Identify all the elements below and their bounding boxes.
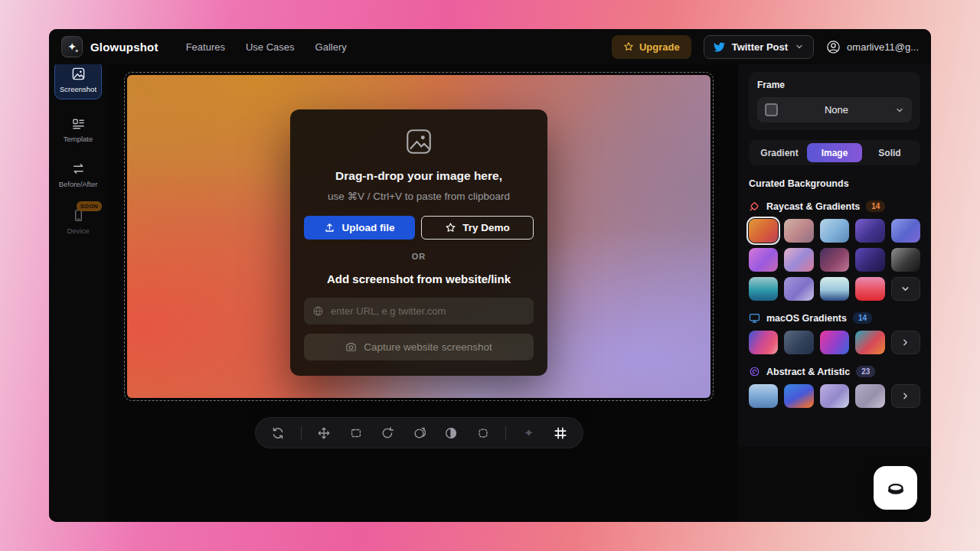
rotate-3d-icon[interactable]	[410, 424, 429, 442]
see-all-button[interactable]	[891, 384, 920, 408]
resize-icon[interactable]	[347, 424, 365, 442]
background-thumbnail[interactable]	[749, 277, 778, 301]
effects-sparkle-icon[interactable]: ✦	[520, 424, 538, 442]
chevron-down-icon	[795, 42, 804, 51]
twitter-icon	[714, 41, 725, 53]
background-thumbnail[interactable]	[784, 248, 813, 272]
image-icon	[55, 67, 101, 82]
reset-icon[interactable]	[269, 424, 287, 442]
expand-more-button[interactable]	[891, 277, 920, 301]
background-thumbnail[interactable]	[784, 219, 813, 243]
upload-icon	[324, 222, 335, 233]
camera-icon	[345, 341, 357, 353]
background-thumbnail[interactable]	[820, 219, 849, 243]
or-divider: OR	[304, 252, 534, 261]
canvas[interactable]: Drag-n-drop your image here, use ⌘V / Ct…	[127, 75, 710, 398]
account-menu[interactable]: omarlive11@g...	[826, 40, 919, 54]
section-title: macOS Gradients	[766, 313, 847, 324]
app-logo: ✦ ✦	[61, 36, 83, 57]
background-thumbnail[interactable]	[784, 384, 813, 408]
upload-file-label: Upload file	[341, 222, 394, 233]
canvas-toolbar: ✦	[255, 417, 583, 448]
account-email: omarlive11@g...	[847, 41, 919, 53]
grid-frame-icon[interactable]	[551, 424, 570, 442]
url-input[interactable]	[331, 305, 525, 317]
background-thumbnail[interactable]	[855, 219, 884, 243]
background-thumbnail[interactable]	[820, 277, 849, 301]
rotate-icon[interactable]	[378, 424, 397, 442]
background-thumbnail[interactable]	[784, 277, 813, 301]
nav-gallery[interactable]: Gallery	[315, 41, 347, 53]
frame-dropdown[interactable]: None	[757, 97, 912, 122]
try-demo-label: Try Demo	[462, 222, 510, 233]
feedback-widget-button[interactable]	[874, 466, 917, 510]
nav-features[interactable]: Features	[186, 41, 225, 53]
globe-icon	[312, 305, 324, 317]
see-all-button[interactable]	[891, 331, 920, 354]
sidebar-item-before-after[interactable]: Before/After	[54, 161, 102, 188]
export-preset-dropdown[interactable]: Twitter Post	[704, 35, 814, 59]
sidebar: Screenshot Template Before/After SOON De…	[49, 64, 107, 522]
frame-preview-icon	[765, 103, 778, 116]
background-thumbnail[interactable]	[855, 277, 884, 301]
try-demo-button[interactable]: Try Demo	[421, 216, 534, 240]
background-thumbnail[interactable]	[891, 219, 920, 243]
soon-badge: SOON	[77, 201, 102, 211]
background-thumbnail[interactable]	[891, 248, 920, 272]
tab-gradient[interactable]: Gradient	[752, 143, 807, 162]
background-thumbnail[interactable]	[820, 384, 849, 408]
settings-panel: Frame None Gradient Image Solid Curated …	[738, 64, 931, 447]
chevron-right-icon	[900, 337, 910, 347]
push-button-icon	[884, 477, 907, 500]
frame-label: Frame	[757, 80, 912, 90]
background-thumbnail[interactable]	[749, 248, 778, 272]
corner-radius-icon[interactable]	[474, 424, 492, 442]
macos-section-header: macOS Gradients 14	[749, 312, 920, 324]
sparkle-small-icon: ✦	[74, 48, 79, 54]
section-title: Abstract & Artistic	[766, 367, 850, 377]
count-badge: 23	[856, 366, 875, 377]
background-thumbnail[interactable]	[820, 248, 849, 272]
sidebar-item-screenshot[interactable]: Screenshot	[54, 61, 102, 99]
editor-main: Drag-n-drop your image here, use ⌘V / Ct…	[107, 64, 738, 522]
abstract-thumbnails	[749, 384, 920, 408]
move-icon[interactable]	[315, 424, 333, 442]
sidebar-item-device[interactable]: SOON Device	[54, 208, 102, 235]
tab-image[interactable]: Image	[807, 143, 862, 162]
chevron-down-icon	[895, 106, 904, 115]
tab-solid[interactable]: Solid	[862, 143, 917, 162]
background-type-tabs: Gradient Image Solid	[749, 140, 920, 165]
sidebar-item-label: Template	[54, 135, 102, 143]
brand-name: Glowupshot	[90, 41, 158, 54]
contrast-icon[interactable]	[442, 424, 460, 442]
raycast-icon	[749, 201, 760, 212]
background-thumbnail[interactable]	[749, 219, 778, 243]
frame-value: None	[778, 104, 895, 116]
background-thumbnail[interactable]	[749, 331, 778, 354]
chevron-right-icon	[900, 391, 910, 401]
background-thumbnail[interactable]	[749, 384, 778, 408]
dropzone-subtitle: use ⌘V / Ctrl+V to paste from clipboard	[304, 190, 534, 202]
image-placeholder-icon	[405, 128, 433, 155]
macos-thumbnails	[749, 331, 920, 354]
sidebar-item-template[interactable]: Template	[54, 116, 102, 143]
upload-file-button[interactable]: Upload file	[304, 216, 415, 240]
chevron-down-icon	[900, 284, 910, 294]
capture-screenshot-button[interactable]: Capture website screenshot	[304, 334, 534, 360]
frame-card: Frame None	[749, 72, 920, 130]
background-thumbnail[interactable]	[855, 331, 884, 354]
sidebar-item-label: Device	[54, 227, 102, 235]
topbar: ✦ ✦ Glowupshot Features Use Cases Galler…	[49, 29, 931, 64]
background-thumbnail[interactable]	[855, 248, 884, 272]
background-thumbnail[interactable]	[855, 384, 884, 408]
count-badge: 14	[853, 312, 872, 324]
nav-use-cases[interactable]: Use Cases	[246, 41, 295, 53]
dropzone-title: Drag-n-drop your image here,	[304, 169, 534, 183]
upgrade-button[interactable]: Upgrade	[612, 35, 691, 59]
user-icon	[826, 40, 841, 54]
background-thumbnail[interactable]	[784, 331, 813, 354]
raycast-section-header: Raycast & Gradients 14	[749, 201, 920, 212]
background-thumbnail[interactable]	[820, 331, 849, 354]
capture-screenshot-label: Capture website screenshot	[364, 341, 492, 353]
abstract-section-header: Abstract & Artistic 23	[749, 366, 920, 377]
